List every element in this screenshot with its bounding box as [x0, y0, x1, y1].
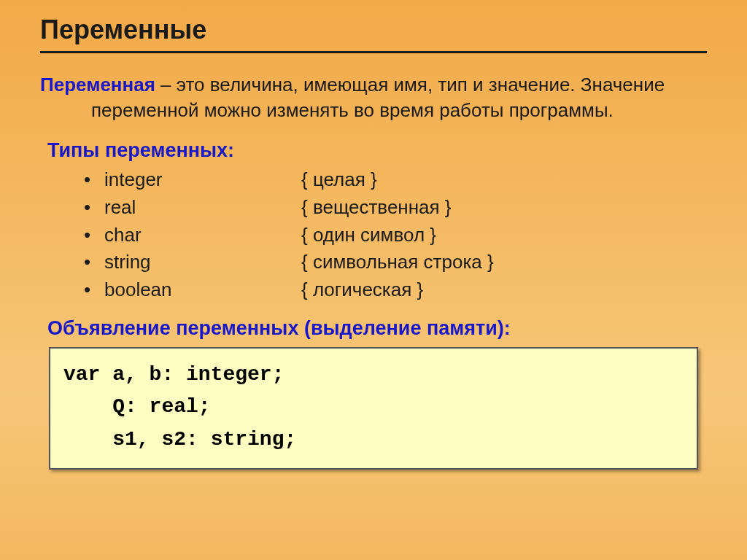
list-item: • char { один символ } [40, 222, 707, 249]
type-name: boolean [104, 276, 301, 304]
definition-text: – это величина, имеющая имя, тип и значе… [91, 74, 665, 121]
list-item: • string { символьная строка } [40, 249, 707, 276]
type-name: string [104, 249, 301, 276]
definition-paragraph: Переменная – это величина, имеющая имя, … [40, 72, 707, 123]
slide-title: Переменные [40, 15, 707, 47]
title-divider [40, 51, 707, 53]
type-desc: { целая } [301, 166, 377, 194]
declaration-heading: Объявление переменных (выделение памяти)… [47, 317, 707, 340]
type-name: char [104, 222, 301, 249]
bullet-icon: • [84, 194, 104, 222]
bullet-icon: • [84, 222, 104, 249]
code-block: var a, b: integer; Q: real; s1, s2: stri… [49, 347, 698, 470]
type-name: integer [104, 166, 301, 194]
list-item: • boolean { логическая } [40, 276, 707, 304]
type-name: real [104, 194, 301, 222]
list-item: • integer { целая } [40, 166, 707, 194]
slide: Переменные Переменная – это величина, им… [0, 0, 747, 560]
types-list: • integer { целая } • real { вещественна… [40, 166, 707, 303]
bullet-icon: • [84, 166, 104, 194]
type-desc: { символьная строка } [301, 249, 494, 276]
bullet-icon: • [84, 249, 104, 276]
bullet-icon: • [84, 276, 104, 304]
type-desc: { логическая } [301, 276, 423, 304]
types-heading: Типы переменных: [47, 139, 707, 162]
definition-term: Переменная [40, 74, 155, 96]
type-desc: { один символ } [301, 222, 436, 249]
type-desc: { вещественная } [301, 194, 452, 222]
list-item: • real { вещественная } [40, 194, 707, 222]
